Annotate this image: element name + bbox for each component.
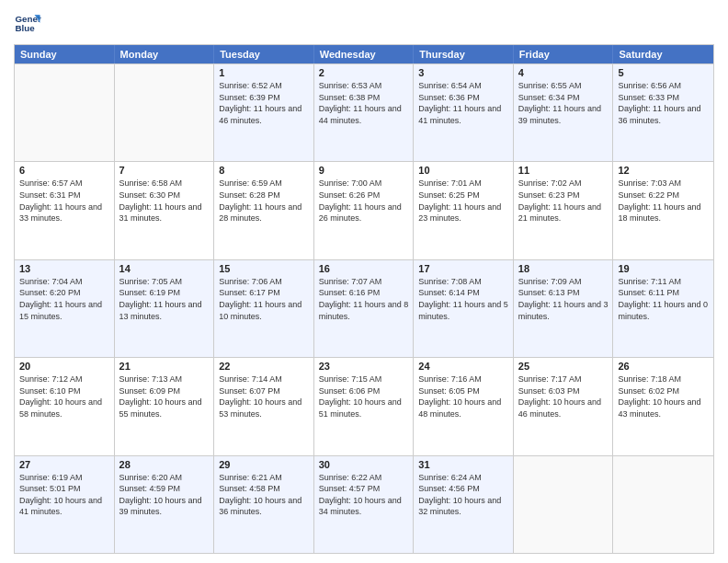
calendar-cell: 31Sunrise: 6:24 AM Sunset: 4:56 PM Dayli… [414, 456, 514, 553]
day-number: 10 [418, 165, 508, 176]
day-number: 2 [319, 67, 409, 78]
day-number: 21 [119, 361, 210, 372]
cell-content: Sunrise: 7:18 AM Sunset: 6:02 PM Dayligh… [618, 373, 709, 419]
calendar: SundayMondayTuesdayWednesdayThursdayFrid… [14, 44, 714, 554]
day-number: 18 [518, 263, 609, 274]
day-number: 14 [119, 263, 210, 274]
cell-content: Sunrise: 6:19 AM Sunset: 5:01 PM Dayligh… [19, 472, 109, 518]
calendar-cell: 18Sunrise: 7:09 AM Sunset: 6:13 PM Dayli… [514, 260, 614, 357]
calendar-header: SundayMondayTuesdayWednesdayThursdayFrid… [15, 45, 713, 63]
day-number: 26 [618, 361, 709, 372]
day-number: 11 [518, 165, 609, 176]
cell-content: Sunrise: 6:53 AM Sunset: 6:38 PM Dayligh… [319, 80, 409, 126]
calendar-cell: 5Sunrise: 6:56 AM Sunset: 6:33 PM Daylig… [613, 64, 713, 161]
calendar-cell: 21Sunrise: 7:13 AM Sunset: 6:09 PM Dayli… [115, 358, 215, 454]
cell-content: Sunrise: 6:57 AM Sunset: 6:31 PM Dayligh… [19, 178, 109, 224]
day-number: 17 [418, 263, 508, 274]
cell-content: Sunrise: 7:00 AM Sunset: 6:26 PM Dayligh… [319, 178, 409, 224]
calendar-cell: 15Sunrise: 7:06 AM Sunset: 6:17 PM Dayli… [214, 260, 314, 357]
cell-content: Sunrise: 7:13 AM Sunset: 6:09 PM Dayligh… [119, 373, 210, 419]
day-number: 29 [219, 459, 309, 470]
calendar-cell: 19Sunrise: 7:11 AM Sunset: 6:11 PM Dayli… [613, 260, 713, 357]
calendar-body: 1Sunrise: 6:52 AM Sunset: 6:39 PM Daylig… [15, 63, 713, 553]
weekday-header: Wednesday [314, 45, 415, 63]
calendar-cell: 2Sunrise: 6:53 AM Sunset: 6:38 PM Daylig… [314, 64, 415, 161]
calendar-cell: 28Sunrise: 6:20 AM Sunset: 4:59 PM Dayli… [115, 456, 215, 553]
cell-content: Sunrise: 6:56 AM Sunset: 6:33 PM Dayligh… [618, 80, 709, 126]
cell-content: Sunrise: 6:52 AM Sunset: 6:39 PM Dayligh… [219, 80, 309, 126]
cell-content: Sunrise: 6:59 AM Sunset: 6:28 PM Dayligh… [219, 178, 309, 224]
cell-content: Sunrise: 7:09 AM Sunset: 6:13 PM Dayligh… [518, 276, 609, 322]
calendar-row: 6Sunrise: 6:57 AM Sunset: 6:31 PM Daylig… [15, 161, 713, 259]
day-number: 28 [119, 459, 210, 470]
calendar-cell: 11Sunrise: 7:02 AM Sunset: 6:23 PM Dayli… [514, 162, 614, 259]
calendar-cell: 27Sunrise: 6:19 AM Sunset: 5:01 PM Dayli… [15, 456, 115, 553]
calendar-cell: 1Sunrise: 6:52 AM Sunset: 6:39 PM Daylig… [214, 64, 314, 161]
day-number: 7 [119, 165, 210, 176]
logo-icon: General Blue [14, 9, 41, 37]
cell-content: Sunrise: 7:06 AM Sunset: 6:17 PM Dayligh… [219, 276, 309, 322]
cell-content: Sunrise: 7:17 AM Sunset: 6:03 PM Dayligh… [518, 373, 609, 419]
calendar-cell: 30Sunrise: 6:22 AM Sunset: 4:57 PM Dayli… [314, 456, 415, 553]
calendar-cell [613, 456, 713, 553]
calendar-cell: 23Sunrise: 7:15 AM Sunset: 6:06 PM Dayli… [314, 358, 415, 454]
cell-content: Sunrise: 6:55 AM Sunset: 6:34 PM Dayligh… [518, 80, 609, 126]
cell-content: Sunrise: 7:14 AM Sunset: 6:07 PM Dayligh… [219, 373, 309, 419]
day-number: 16 [319, 263, 409, 274]
calendar-cell: 10Sunrise: 7:01 AM Sunset: 6:25 PM Dayli… [414, 162, 514, 259]
header: General Blue [14, 9, 714, 37]
day-number: 30 [319, 459, 409, 470]
calendar-row: 13Sunrise: 7:04 AM Sunset: 6:20 PM Dayli… [15, 259, 713, 357]
cell-content: Sunrise: 6:54 AM Sunset: 6:36 PM Dayligh… [418, 80, 508, 126]
page: General Blue SundayMondayTuesdayWednesda… [0, 0, 728, 563]
day-number: 19 [618, 263, 709, 274]
weekday-header: Sunday [15, 45, 115, 63]
cell-content: Sunrise: 7:16 AM Sunset: 6:05 PM Dayligh… [418, 373, 508, 419]
day-number: 8 [219, 165, 309, 176]
calendar-cell: 20Sunrise: 7:12 AM Sunset: 6:10 PM Dayli… [15, 358, 115, 454]
cell-content: Sunrise: 6:21 AM Sunset: 4:58 PM Dayligh… [219, 472, 309, 518]
day-number: 3 [418, 67, 508, 78]
weekday-header: Thursday [414, 45, 514, 63]
day-number: 24 [418, 361, 508, 372]
day-number: 1 [219, 67, 309, 78]
cell-content: Sunrise: 6:24 AM Sunset: 4:56 PM Dayligh… [418, 472, 508, 518]
svg-text:Blue: Blue [16, 23, 36, 33]
day-number: 22 [219, 361, 309, 372]
cell-content: Sunrise: 7:04 AM Sunset: 6:20 PM Dayligh… [19, 276, 109, 322]
cell-content: Sunrise: 7:08 AM Sunset: 6:14 PM Dayligh… [418, 276, 508, 322]
day-number: 20 [19, 361, 109, 372]
calendar-cell [115, 64, 215, 161]
calendar-cell: 29Sunrise: 6:21 AM Sunset: 4:58 PM Dayli… [214, 456, 314, 553]
weekday-header: Saturday [613, 45, 713, 63]
cell-content: Sunrise: 7:02 AM Sunset: 6:23 PM Dayligh… [518, 178, 609, 224]
cell-content: Sunrise: 6:58 AM Sunset: 6:30 PM Dayligh… [119, 178, 210, 224]
calendar-cell: 9Sunrise: 7:00 AM Sunset: 6:26 PM Daylig… [314, 162, 415, 259]
cell-content: Sunrise: 6:22 AM Sunset: 4:57 PM Dayligh… [319, 472, 409, 518]
day-number: 12 [618, 165, 709, 176]
day-number: 15 [219, 263, 309, 274]
calendar-cell: 25Sunrise: 7:17 AM Sunset: 6:03 PM Dayli… [514, 358, 614, 454]
cell-content: Sunrise: 7:11 AM Sunset: 6:11 PM Dayligh… [618, 276, 709, 322]
day-number: 27 [19, 459, 109, 470]
calendar-row: 27Sunrise: 6:19 AM Sunset: 5:01 PM Dayli… [15, 455, 713, 553]
calendar-cell: 17Sunrise: 7:08 AM Sunset: 6:14 PM Dayli… [414, 260, 514, 357]
cell-content: Sunrise: 7:05 AM Sunset: 6:19 PM Dayligh… [119, 276, 210, 322]
calendar-cell: 22Sunrise: 7:14 AM Sunset: 6:07 PM Dayli… [214, 358, 314, 454]
cell-content: Sunrise: 7:07 AM Sunset: 6:16 PM Dayligh… [319, 276, 409, 322]
calendar-cell: 26Sunrise: 7:18 AM Sunset: 6:02 PM Dayli… [613, 358, 713, 454]
calendar-cell: 13Sunrise: 7:04 AM Sunset: 6:20 PM Dayli… [15, 260, 115, 357]
calendar-row: 1Sunrise: 6:52 AM Sunset: 6:39 PM Daylig… [15, 63, 713, 161]
calendar-cell [514, 456, 614, 553]
calendar-cell: 12Sunrise: 7:03 AM Sunset: 6:22 PM Dayli… [613, 162, 713, 259]
day-number: 4 [518, 67, 609, 78]
logo: General Blue [14, 9, 41, 37]
calendar-cell: 4Sunrise: 6:55 AM Sunset: 6:34 PM Daylig… [514, 64, 614, 161]
calendar-cell: 16Sunrise: 7:07 AM Sunset: 6:16 PM Dayli… [314, 260, 415, 357]
cell-content: Sunrise: 6:20 AM Sunset: 4:59 PM Dayligh… [119, 472, 210, 518]
calendar-cell: 8Sunrise: 6:59 AM Sunset: 6:28 PM Daylig… [214, 162, 314, 259]
weekday-header: Friday [514, 45, 614, 63]
day-number: 5 [618, 67, 709, 78]
cell-content: Sunrise: 7:01 AM Sunset: 6:25 PM Dayligh… [418, 178, 508, 224]
day-number: 23 [319, 361, 409, 372]
